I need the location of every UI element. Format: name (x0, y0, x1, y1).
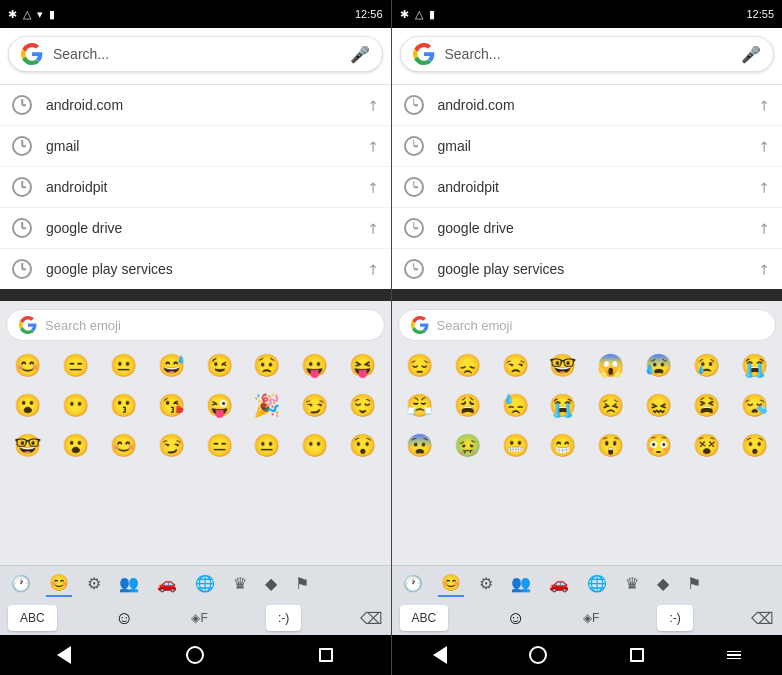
flag-cat-icon-right[interactable]: ⚑ (684, 571, 704, 596)
globe-cat-icon[interactable]: 🌐 (192, 571, 218, 596)
emoji-item[interactable]: 😶 (296, 427, 334, 465)
emoji-item[interactable]: 😘 (152, 387, 190, 425)
emoji-search-bar-left[interactable]: Search emoji (6, 309, 385, 341)
recent-button-right[interactable] (630, 648, 644, 662)
emoji-item[interactable]: 🤢 (448, 427, 486, 465)
emoji-item[interactable]: 😐 (105, 347, 143, 385)
recent-button-left[interactable] (319, 648, 333, 662)
emoticon-button-left[interactable]: :-) (266, 605, 301, 631)
emoji-item[interactable]: 😮 (9, 387, 47, 425)
suggestion-item[interactable]: google play services ↗ (0, 249, 391, 289)
recent-cat-icon[interactable]: 🕐 (8, 571, 34, 596)
emoji-item[interactable]: 😫 (687, 387, 725, 425)
recent-cat-icon-right[interactable]: 🕐 (400, 571, 426, 596)
emoji-item[interactable]: 😓 (496, 387, 534, 425)
transport-cat-icon-right[interactable]: 🚗 (546, 571, 572, 596)
emoji-item[interactable]: 😒 (496, 347, 534, 385)
emoji-item[interactable]: 😜 (200, 387, 238, 425)
emoji-item[interactable]: 😲 (592, 427, 630, 465)
emoji-item[interactable]: 😁 (544, 427, 582, 465)
emoji-item[interactable]: 😰 (639, 347, 677, 385)
emoji-item[interactable]: 😢 (687, 347, 725, 385)
people-cat-icon-right[interactable]: 👥 (508, 571, 534, 596)
emoji-item[interactable]: 😏 (296, 387, 334, 425)
delete-button-right[interactable]: ⌫ (751, 609, 774, 628)
emoji-item[interactable]: 😭 (735, 347, 773, 385)
emoji-item[interactable]: 😶 (57, 387, 95, 425)
emoji-item[interactable]: 😯 (344, 427, 382, 465)
emoji-item[interactable]: 😗 (105, 387, 143, 425)
keyboard-button-right[interactable] (727, 651, 741, 660)
emoji-item[interactable]: 😯 (735, 427, 773, 465)
emoji-toggle-left[interactable]: ☺ (115, 608, 133, 629)
emoji-item[interactable]: 😞 (448, 347, 486, 385)
crown-cat-icon[interactable]: ♛ (230, 571, 250, 596)
emoji-item[interactable]: 🤓 (544, 347, 582, 385)
people-cat-icon[interactable]: 👥 (116, 571, 142, 596)
suggestion-item[interactable]: gmail ↗ (392, 126, 783, 167)
emoji-item[interactable]: 😪 (735, 387, 773, 425)
settings-cat-icon[interactable]: ⚙ (84, 571, 104, 596)
emoji-toggle-right[interactable]: ☺ (506, 608, 524, 629)
emoji-item[interactable]: 😊 (105, 427, 143, 465)
emoji-item[interactable]: 😟 (248, 347, 286, 385)
suggestion-item[interactable]: google drive ↗ (392, 208, 783, 249)
back-button-left[interactable] (57, 646, 71, 664)
emoji-item[interactable]: 😬 (496, 427, 534, 465)
settings-button-left[interactable]: ◈F (191, 611, 207, 625)
emoji-item[interactable]: 🎉 (248, 387, 286, 425)
emoji-item[interactable]: 😝 (344, 347, 382, 385)
emoji-item[interactable]: 😣 (592, 387, 630, 425)
emoji-cat-icon-right[interactable]: 😊 (438, 570, 464, 597)
emoji-item[interactable]: 😵 (687, 427, 725, 465)
abc-button-left[interactable]: ABC (8, 605, 57, 631)
crown-cat-icon-right[interactable]: ♛ (622, 571, 642, 596)
emoji-search-bar-right[interactable]: Search emoji (398, 309, 777, 341)
emoji-item[interactable]: 😉 (200, 347, 238, 385)
emoji-cat-icon[interactable]: 😊 (46, 570, 72, 597)
emoji-item[interactable]: 😛 (296, 347, 334, 385)
globe-cat-icon-right[interactable]: 🌐 (584, 571, 610, 596)
mic-icon-left[interactable]: 🎤 (350, 45, 370, 64)
emoji-item[interactable]: 😤 (400, 387, 438, 425)
diamond-cat-icon[interactable]: ◆ (262, 571, 280, 596)
emoji-item[interactable]: 😱 (592, 347, 630, 385)
emoji-item[interactable]: 😔 (400, 347, 438, 385)
emoji-item[interactable]: 😐 (248, 427, 286, 465)
emoji-item[interactable]: 😌 (344, 387, 382, 425)
settings-button-right[interactable]: ◈F (583, 611, 599, 625)
delete-button-left[interactable]: ⌫ (360, 609, 383, 628)
diamond-cat-icon-right[interactable]: ◆ (654, 571, 672, 596)
suggestion-item[interactable]: google play services ↗ (392, 249, 783, 289)
search-bar-left[interactable]: Search... 🎤 (8, 36, 383, 72)
settings-cat-icon-right[interactable]: ⚙ (476, 571, 496, 596)
emoji-item[interactable]: 😏 (152, 427, 190, 465)
search-bar-right[interactable]: Search... 🎤 (400, 36, 775, 72)
home-button-left[interactable] (186, 646, 204, 664)
suggestion-item[interactable]: gmail ↗ (0, 126, 391, 167)
home-button-right[interactable] (529, 646, 547, 664)
emoji-item[interactable]: 😳 (639, 427, 677, 465)
search-input-right[interactable]: Search... (445, 46, 734, 62)
suggestion-item[interactable]: google drive ↗ (0, 208, 391, 249)
suggestion-item[interactable]: androidpit ↗ (0, 167, 391, 208)
suggestion-item[interactable]: android.com ↗ (392, 85, 783, 126)
search-input-left[interactable]: Search... (53, 46, 342, 62)
back-button-right[interactable] (433, 646, 447, 664)
emoji-item[interactable]: 😅 (152, 347, 190, 385)
suggestion-item[interactable]: androidpit ↗ (392, 167, 783, 208)
emoji-item[interactable]: 😭 (544, 387, 582, 425)
emoji-item[interactable]: 😊 (9, 347, 47, 385)
emoji-item[interactable]: 😖 (639, 387, 677, 425)
transport-cat-icon[interactable]: 🚗 (154, 571, 180, 596)
mic-icon-right[interactable]: 🎤 (741, 45, 761, 64)
emoji-item[interactable]: 😮 (57, 427, 95, 465)
emoji-item[interactable]: 😩 (448, 387, 486, 425)
emoji-item[interactable]: 😨 (400, 427, 438, 465)
emoji-item[interactable]: 😑 (57, 347, 95, 385)
emoticon-button-right[interactable]: :-) (657, 605, 692, 631)
suggestion-item[interactable]: android.com ↗ (0, 85, 391, 126)
flag-cat-icon[interactable]: ⚑ (292, 571, 312, 596)
emoji-item[interactable]: 😑 (200, 427, 238, 465)
emoji-item[interactable]: 🤓 (9, 427, 47, 465)
